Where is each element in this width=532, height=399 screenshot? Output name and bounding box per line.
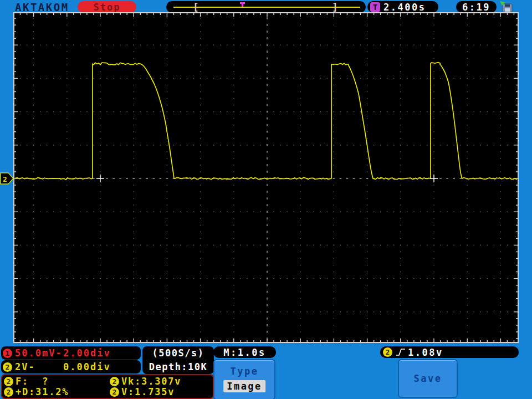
oscilloscope-screen: AKTAKOM Stop [ ] T 2.400s 6:19 2 1 50.: [0, 0, 532, 399]
channel2-scale: 2V-: [15, 360, 35, 374]
type-button-label: Type: [214, 366, 274, 377]
measurement-vk: 2 Vk:3.307v: [110, 376, 181, 387]
channel1-scale: 50.0mV-: [15, 346, 63, 360]
trigger-channel-badge: 2: [383, 347, 392, 357]
measurements-panel: 2 F: ? 2 Vk:3.307v 2 +D:31.2% 2 V:1.735v: [1, 374, 214, 399]
timebase-value: M:1.0s: [223, 347, 265, 358]
measurement-value: 31.2%: [35, 386, 69, 397]
measurement-v: 2 V:1.735v: [110, 387, 175, 397]
measurement-channel-badge: 2: [110, 377, 119, 386]
save-button[interactable]: Save: [398, 359, 458, 398]
measurement-label: +D:: [16, 386, 35, 397]
measurement-value: 1.735v: [135, 386, 175, 397]
measurement-frequency: 2 F: ?: [4, 376, 49, 387]
measurement-duty: 2 +D:31.2%: [4, 387, 69, 397]
memory-depth: Depth:10K: [142, 360, 214, 374]
measurement-channel-badge: 2: [110, 387, 119, 397]
channel1-badge: 1: [3, 349, 12, 358]
channel1-readout: 1 50.0mV- 2.00div: [1, 346, 141, 360]
timebase-readout: M:1.0s: [213, 346, 276, 358]
save-button-label: Save: [399, 373, 457, 384]
measurement-label: Vk:: [121, 376, 141, 387]
trigger-level-value: 1.08v: [408, 347, 443, 358]
trigger-level-readout: 2 1.08v: [380, 346, 519, 358]
type-button[interactable]: Type Image: [213, 359, 275, 399]
channel1-position: 2.00div: [63, 346, 111, 360]
scope-display: 2: [0, 0, 532, 399]
channel2-position-marker[interactable]: 2: [1, 173, 13, 184]
channel2-readout: 2 2V- 0.00div: [1, 360, 141, 374]
measurement-channel-badge: 2: [4, 377, 13, 386]
rising-edge-icon: [395, 347, 406, 357]
measurement-label: V:: [121, 386, 135, 397]
measurement-value: 3.307v: [141, 376, 181, 387]
channel2-badge: 2: [3, 362, 12, 372]
measurement-label: F:: [16, 376, 29, 387]
channel2-position: 0.00div: [63, 360, 111, 374]
measurement-value: ?: [29, 376, 49, 387]
sample-rate: (500S/s): [142, 346, 214, 360]
channel2-marker-label: 2: [3, 175, 7, 183]
acquire-readout: (500S/s) Depth:10K: [142, 346, 214, 374]
measurement-channel-badge: 2: [4, 387, 13, 397]
type-selected-value[interactable]: Image: [223, 380, 265, 392]
